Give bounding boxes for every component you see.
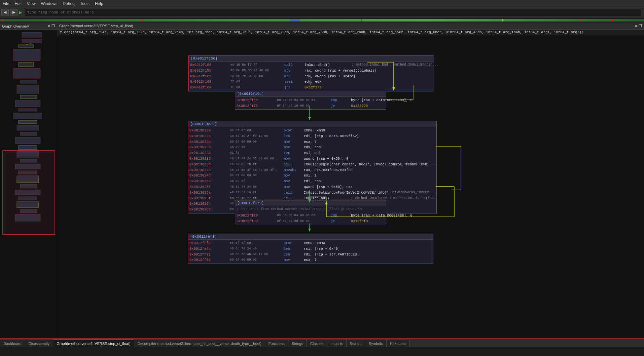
tab-dashboard[interactable]: Dashboard — [0, 339, 25, 347]
svg-rect-20 — [19, 146, 37, 150]
tab-decompiler[interactable]: Decompiler (method.verse2::hero.take_hit… — [134, 339, 265, 347]
tab-imports[interactable]: Imports — [327, 339, 347, 347]
menu-windows[interactable]: Windows — [38, 1, 60, 7]
svg-rect-6 — [13, 68, 40, 78]
marker-red-5 — [612, 19, 613, 22]
graph-canvas[interactable]: [0x0012f156] 0x0012f156 e8 15 5e f7 ff c… — [57, 35, 644, 338]
marker-red-4 — [580, 19, 581, 22]
svg-marker-51 — [308, 229, 311, 232]
menu-debug[interactable]: Debug — [60, 1, 77, 7]
svg-rect-2 — [22, 39, 42, 43]
tab-graph[interactable]: Graph(method.verse2::VERSE.step_ui_float… — [53, 339, 134, 347]
svg-rect-17 — [17, 125, 39, 130]
marker-blue — [290, 19, 300, 22]
block-4-header: [0x0012f179] — [235, 200, 386, 206]
tab-search[interactable]: Search — [347, 339, 365, 347]
asm-block-4[interactable]: [0x0012f179] ; CODE XREF from method.ver… — [235, 200, 386, 225]
graph-controls[interactable]: ✕ ❒ — [635, 24, 642, 28]
progress-bar — [0, 19, 644, 22]
svg-rect-10 — [20, 80, 37, 83]
svg-rect-32 — [3, 151, 55, 235]
block-5-header: [0x0012fef8] — [188, 234, 433, 240]
svg-rect-13 — [15, 100, 40, 107]
block-1-header: [0x0012f156] — [189, 56, 434, 62]
function-signature: float(int64_t arg_754h, int64_t arg_750h… — [57, 30, 644, 35]
block-2-body: 0x0012f16c 80 b8 80 04 00 00 00 cmp byte… — [235, 97, 386, 110]
svg-rect-19 — [15, 137, 40, 144]
forward-button[interactable]: ▶ — [10, 9, 17, 15]
menu-edit[interactable]: Edit — [12, 1, 24, 7]
graph-overview-close[interactable]: ✕ ❒ — [47, 24, 55, 28]
block-3-header: [0x00130220] — [188, 121, 436, 127]
block-2-header: [0x0012f16c] — [235, 91, 386, 97]
graph-title: Graph(method.verse2::VERSE.step_ui_float… — [59, 24, 133, 28]
overview-svg — [0, 30, 57, 241]
svg-rect-16 — [19, 120, 37, 124]
tab-strings[interactable]: Strings — [288, 339, 307, 347]
graph-overview-panel: Graph Overview ✕ ❒ — [0, 23, 57, 338]
svg-rect-11 — [17, 85, 39, 93]
svg-rect-12 — [20, 95, 37, 98]
svg-marker-39 — [308, 117, 311, 120]
asm-block-5[interactable]: [0x0012fef8] 0x0012fef8 66 0f ef c0 pxor… — [188, 234, 433, 264]
graph-title-bar: Graph(method.verse2::VERSE.step_ui_float… — [57, 23, 644, 30]
svg-rect-4 — [13, 49, 40, 61]
svg-rect-3 — [19, 45, 34, 47]
svg-rect-14 — [19, 109, 37, 111]
overview-canvas[interactable] — [0, 30, 57, 338]
tab-hexdump[interactable]: Hexdump — [387, 339, 409, 347]
tab-disassembly[interactable]: Disassembly — [25, 339, 53, 347]
progress-area — [0, 17, 644, 23]
graph-view-panel: Graph(method.verse2::VERSE.step_ui_float… — [57, 23, 644, 338]
asm-block-1[interactable]: [0x0012f156] 0x0012f156 e8 15 5e f7 ff c… — [188, 55, 434, 91]
play-button[interactable]: ▶ — [19, 9, 22, 16]
svg-rect-18 — [20, 132, 37, 135]
graph-overview-header: Graph Overview ✕ ❒ — [0, 23, 57, 30]
marker-yellow — [502, 19, 503, 22]
menu-file[interactable]: File — [0, 1, 12, 7]
menu-help[interactable]: Help — [92, 1, 106, 7]
svg-rect-5 — [19, 63, 34, 67]
marker-red-1 — [2, 19, 3, 22]
back-button[interactable]: ◀ — [1, 9, 9, 15]
marker-red-3 — [361, 19, 362, 22]
tab-functions[interactable]: Functions — [265, 339, 288, 347]
menu-tools[interactable]: Tools — [77, 1, 92, 7]
menu-bar: File Edit View Windows Debug Tools Help — [0, 0, 644, 7]
toolbar: ◀ ▶ ▶ — [0, 7, 644, 17]
menu-view[interactable]: View — [24, 1, 38, 7]
svg-rect-1 — [22, 32, 42, 37]
block-1-body: 0x0012f156 e8 15 5e f7 ff call ImGui::En… — [189, 62, 434, 91]
address-input[interactable] — [25, 9, 641, 16]
asm-block-3[interactable]: [0x00130220] 0x00130220 66 0f ef c0 pxor… — [188, 121, 437, 213]
main-area: Graph Overview ✕ ❒ — [0, 23, 644, 338]
bottom-tabs: Dashboard Disassembly Graph(method.verse… — [0, 338, 644, 347]
block-5-body: 0x0012fef8 66 0f ef c0 pxor xmm0, xmm0 0… — [188, 240, 433, 264]
asm-block-2[interactable]: [0x0012f16c] 0x0012f16c 80 b8 80 04 00 0… — [235, 91, 386, 110]
tab-classes[interactable]: Classes — [307, 339, 327, 347]
tab-symbols[interactable]: Symbols — [365, 339, 386, 347]
marker-red-2 — [142, 19, 143, 22]
svg-rect-15 — [13, 113, 42, 119]
block-4-body: ; CODE XREF from method.verse2::VERSE.st… — [235, 206, 386, 225]
graph-overview-title: Graph Overview — [2, 24, 29, 28]
